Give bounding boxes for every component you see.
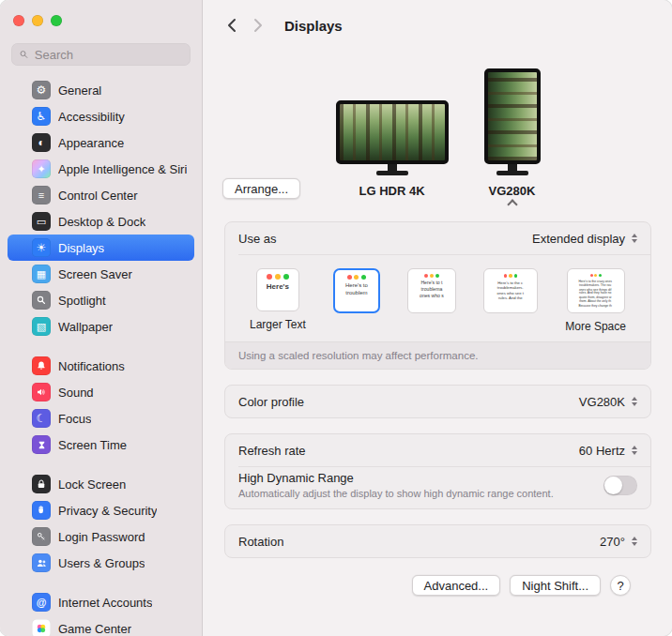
refresh-rate-card: Refresh rate 60 Hertz High Dynamic Range… — [224, 433, 651, 509]
scaling-thumbnail: Here's — [256, 268, 299, 311]
color-profile-row: Color profile VG280K — [225, 386, 650, 417]
sidebar-item-label: Privacy & Security — [58, 504, 157, 518]
scaling-option-2-selected[interactable]: Here's to troublem — [333, 268, 380, 334]
sidebar-item-appearance[interactable]: ◐ Appearance — [8, 129, 194, 156]
scaling-performance-note: Using a scaled resolution may affect per… — [225, 341, 650, 369]
sidebar-nav: ⚙ General ♿ Accessibility ◐ Appearance ✦… — [8, 77, 194, 636]
sidebar-item-screen-saver[interactable]: ▦ Screen Saver — [8, 261, 194, 287]
high-dynamic-range-row: High Dynamic Range Automatically adjust … — [225, 467, 650, 508]
at-sign-icon: @ — [32, 593, 51, 612]
page-title: Displays — [284, 18, 343, 34]
popup-chevrons-icon — [632, 537, 637, 546]
hdr-text-block: High Dynamic Range Automatically adjust … — [238, 471, 554, 499]
sidebar-group-3: Lock Screen Privacy & Security Login Pas… — [8, 471, 194, 576]
users-icon — [32, 553, 51, 572]
rotation-popup[interactable]: 270° — [600, 535, 637, 549]
sidebar-group-4: @ Internet Accounts Game Center — [8, 589, 194, 636]
sidebar-item-label: Displays — [58, 241, 104, 255]
accessibility-icon: ♿ — [32, 107, 51, 126]
night-shift-button[interactable]: Night Shift... — [510, 575, 601, 596]
sidebar-item-focus[interactable]: ☾ Focus — [8, 405, 194, 432]
sidebar-item-game-center[interactable]: Game Center — [8, 615, 194, 636]
popup-chevrons-icon — [632, 446, 637, 455]
zoom-button[interactable] — [51, 15, 62, 26]
sidebar-item-lock-screen[interactable]: Lock Screen — [8, 471, 194, 497]
monitor-base — [376, 171, 408, 175]
sidebar-item-sound[interactable]: Sound — [8, 379, 194, 405]
forward-button[interactable] — [249, 15, 267, 36]
search-field[interactable] — [11, 43, 191, 66]
arrange-button[interactable]: Arrange... — [222, 178, 300, 199]
sidebar-group-1: ⚙ General ♿ Accessibility ◐ Appearance ✦… — [8, 77, 194, 340]
display-name: LG HDR 4K — [359, 184, 424, 199]
appearance-icon: ◐ — [32, 133, 51, 152]
monitor-stand — [508, 164, 517, 171]
display-monitor-lg-hdr-4k[interactable]: LG HDR 4K — [336, 100, 449, 199]
color-profile-popup[interactable]: VG280K — [579, 395, 637, 409]
traffic-dots-icon — [424, 274, 439, 278]
screen-saver-icon: ▦ — [32, 265, 51, 283]
search-input[interactable] — [35, 48, 183, 62]
back-button[interactable] — [222, 15, 241, 36]
sidebar-item-accessibility[interactable]: ♿ Accessibility — [8, 103, 194, 129]
scaling-thumbnail: Here's to the c troublemakers. ones who … — [483, 268, 538, 313]
scaling-sample-text: Here's to the c troublemakers. ones who … — [487, 280, 534, 301]
hdr-toggle[interactable] — [603, 476, 637, 495]
sidebar-item-label: Wallpaper — [58, 320, 113, 334]
popup-chevrons-icon — [632, 397, 637, 406]
popup-chevrons-icon — [632, 234, 637, 243]
sidebar-item-label: Apple Intelligence & Siri — [58, 162, 187, 176]
bell-icon — [32, 356, 51, 375]
spotlight-icon — [32, 291, 51, 310]
wallpaper-icon: ▧ — [32, 317, 51, 336]
sidebar-item-apple-intelligence-siri[interactable]: ✦ Apple Intelligence & Siri — [8, 156, 194, 182]
sidebar-item-desktop-dock[interactable]: ▭ Desktop & Dock — [8, 208, 194, 235]
sidebar-item-control-center[interactable]: ≡ Control Center — [8, 182, 194, 208]
refresh-rate-label: Refresh rate — [238, 444, 306, 458]
scaling-option-larger-text[interactable]: Here's Larger Text — [250, 268, 306, 332]
color-profile-value: VG280K — [579, 395, 625, 409]
sidebar-item-screen-time[interactable]: Screen Time — [8, 432, 194, 458]
sidebar-item-label: Sound — [58, 386, 94, 400]
sidebar-item-privacy-security[interactable]: Privacy & Security — [8, 497, 194, 523]
scaling-sample-text: Here's to the crazy ones troublemakers. … — [571, 280, 621, 308]
use-as-popup[interactable]: Extended display — [532, 232, 637, 246]
scaling-sample-text: Here's — [260, 282, 296, 292]
toggle-knob — [604, 477, 622, 494]
sidebar-item-displays[interactable]: ☀ Displays — [8, 235, 194, 261]
monitor-thumbnails: LG HDR 4K VG280K — [204, 39, 672, 199]
sidebar-item-users-groups[interactable]: Users & Groups — [8, 550, 194, 576]
sidebar-item-spotlight[interactable]: Spotlight — [8, 287, 194, 313]
scaling-option-3[interactable]: Here's to t troublema ones who s — [407, 268, 456, 334]
minimize-button[interactable] — [32, 15, 43, 26]
scaling-option-more-space[interactable]: Here's to the crazy ones troublemakers. … — [565, 268, 626, 334]
sidebar-item-internet-accounts[interactable]: @ Internet Accounts — [8, 589, 194, 615]
settings-sections: Use as Extended display Here's Larger Te… — [204, 221, 672, 596]
sidebar-item-login-password[interactable]: Login Password — [8, 523, 194, 550]
sidebar-item-notifications[interactable]: Notifications — [8, 353, 194, 379]
search-icon — [19, 49, 29, 60]
siri-icon: ✦ — [32, 159, 51, 178]
close-button[interactable] — [13, 15, 24, 26]
sidebar-item-label: Screen Saver — [58, 267, 132, 281]
system-settings-window: ⚙ General ♿ Accessibility ◐ Appearance ✦… — [0, 0, 672, 636]
display-monitor-vg280k[interactable]: VG280K — [484, 68, 541, 199]
advanced-button[interactable]: Advanced... — [412, 575, 501, 596]
sidebar-item-label: Users & Groups — [58, 556, 145, 570]
refresh-rate-popup[interactable]: 60 Hertz — [579, 444, 637, 458]
scaling-thumbnail: Here's to the crazy ones troublemakers. … — [567, 268, 625, 313]
displays-icon: ☀ — [32, 238, 51, 257]
selected-display-caret-icon — [507, 199, 517, 209]
traffic-dots-icon — [347, 275, 366, 280]
scaling-option-label: More Space — [565, 320, 626, 334]
scaling-sample-text: Here's to t troublema ones who s — [411, 280, 452, 299]
rotation-card: Rotation 270° — [224, 524, 651, 558]
sidebar-item-wallpaper[interactable]: ▧ Wallpaper — [8, 313, 194, 340]
help-button[interactable]: ? — [610, 575, 631, 596]
sidebar-item-label: Game Center — [58, 622, 131, 636]
sidebar-item-general[interactable]: ⚙ General — [8, 77, 194, 103]
monitor-stand — [388, 164, 397, 171]
scaling-option-4[interactable]: Here's to the c troublemakers. ones who … — [483, 268, 538, 334]
use-as-value: Extended display — [532, 232, 625, 246]
displays-pane: Displays LG HDR 4K VG280K Arrange... — [204, 0, 672, 636]
